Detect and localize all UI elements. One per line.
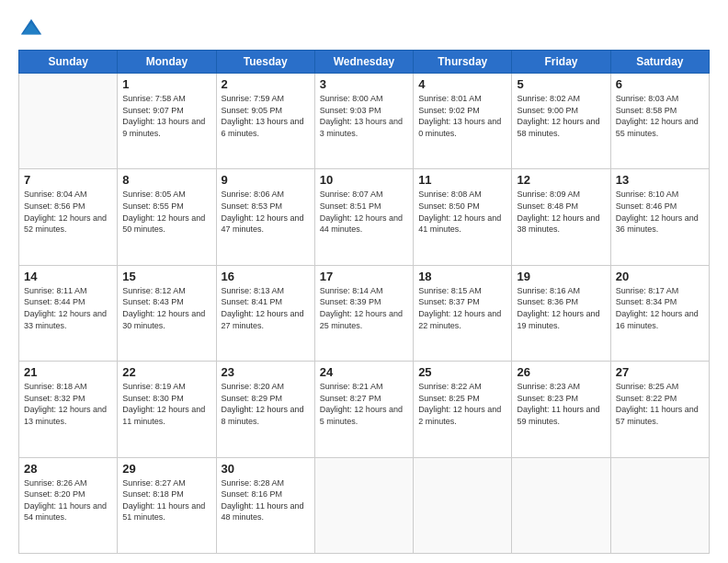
day-info: Sunrise: 8:20 AMSunset: 8:29 PMDaylight:… (222, 381, 310, 427)
day-number: 16 (222, 270, 310, 283)
calendar-cell: 30Sunrise: 8:28 AMSunset: 8:16 PMDayligh… (216, 457, 314, 553)
calendar-cell: 27Sunrise: 8:25 AMSunset: 8:22 PMDayligh… (610, 362, 709, 457)
day-number: 23 (222, 365, 310, 379)
calendar-week-2: 14Sunrise: 8:11 AMSunset: 8:44 PMDayligh… (19, 265, 710, 361)
calendar-cell: 1Sunrise: 7:58 AMSunset: 9:07 PMDaylight… (118, 74, 216, 169)
day-info: Sunrise: 8:18 AMSunset: 8:32 PMDaylight:… (24, 381, 112, 427)
day-number: 28 (24, 462, 112, 476)
day-number: 8 (122, 173, 210, 187)
day-number: 27 (616, 365, 704, 379)
calendar-cell: 10Sunrise: 8:07 AMSunset: 8:51 PMDayligh… (314, 169, 413, 265)
day-info: Sunrise: 8:00 AMSunset: 9:03 PMDaylight:… (320, 93, 408, 139)
day-number: 2 (222, 77, 310, 91)
day-info: Sunrise: 8:03 AMSunset: 8:58 PMDaylight:… (616, 93, 704, 139)
calendar-week-3: 21Sunrise: 8:18 AMSunset: 8:32 PMDayligh… (19, 362, 710, 457)
day-info: Sunrise: 7:58 AMSunset: 9:07 PMDaylight:… (122, 93, 210, 139)
day-number: 29 (122, 462, 210, 476)
logo-icon (18, 17, 44, 42)
day-number: 20 (616, 270, 704, 283)
day-info: Sunrise: 8:28 AMSunset: 8:16 PMDaylight:… (222, 477, 310, 523)
day-number: 13 (616, 173, 704, 187)
calendar-cell: 22Sunrise: 8:19 AMSunset: 8:30 PMDayligh… (118, 362, 216, 457)
weekday-header-thursday: Thursday (414, 51, 512, 74)
calendar-cell: 16Sunrise: 8:13 AMSunset: 8:41 PMDayligh… (216, 265, 314, 361)
calendar-cell: 23Sunrise: 8:20 AMSunset: 8:29 PMDayligh… (216, 362, 314, 457)
day-number: 12 (517, 173, 605, 187)
day-number: 30 (222, 462, 310, 476)
calendar-cell: 18Sunrise: 8:15 AMSunset: 8:37 PMDayligh… (414, 265, 512, 361)
weekday-header-friday: Friday (512, 51, 610, 74)
calendar-cell: 17Sunrise: 8:14 AMSunset: 8:39 PMDayligh… (314, 265, 413, 361)
day-info: Sunrise: 7:59 AMSunset: 9:05 PMDaylight:… (222, 93, 310, 139)
day-number: 18 (418, 270, 506, 283)
calendar-cell (512, 457, 610, 553)
day-info: Sunrise: 8:23 AMSunset: 8:23 PMDaylight:… (517, 381, 605, 427)
day-number: 14 (24, 270, 112, 283)
calendar-cell: 13Sunrise: 8:10 AMSunset: 8:46 PMDayligh… (610, 169, 709, 265)
calendar-cell (610, 457, 709, 553)
day-info: Sunrise: 8:14 AMSunset: 8:39 PMDaylight:… (320, 285, 408, 331)
day-number: 15 (122, 270, 210, 283)
weekday-header-saturday: Saturday (610, 51, 709, 74)
day-info: Sunrise: 8:17 AMSunset: 8:34 PMDaylight:… (616, 285, 704, 331)
calendar-cell (414, 457, 512, 553)
calendar-cell: 24Sunrise: 8:21 AMSunset: 8:27 PMDayligh… (314, 362, 413, 457)
day-number: 21 (24, 365, 112, 379)
calendar-cell: 11Sunrise: 8:08 AMSunset: 8:50 PMDayligh… (414, 169, 512, 265)
day-number: 5 (517, 77, 605, 91)
day-info: Sunrise: 8:07 AMSunset: 8:51 PMDaylight:… (320, 189, 408, 235)
calendar-cell: 14Sunrise: 8:11 AMSunset: 8:44 PMDayligh… (19, 265, 118, 361)
day-info: Sunrise: 8:05 AMSunset: 8:55 PMDaylight:… (122, 189, 210, 235)
day-info: Sunrise: 8:12 AMSunset: 8:43 PMDaylight:… (122, 285, 210, 331)
day-info: Sunrise: 8:16 AMSunset: 8:36 PMDaylight:… (517, 285, 605, 331)
calendar-cell: 25Sunrise: 8:22 AMSunset: 8:25 PMDayligh… (414, 362, 512, 457)
day-number: 26 (517, 365, 605, 379)
calendar-week-0: 1Sunrise: 7:58 AMSunset: 9:07 PMDaylight… (19, 74, 710, 169)
day-info: Sunrise: 8:08 AMSunset: 8:50 PMDaylight:… (418, 189, 506, 235)
day-number: 19 (517, 270, 605, 283)
calendar-body: 1Sunrise: 7:58 AMSunset: 9:07 PMDaylight… (19, 74, 710, 554)
day-info: Sunrise: 8:11 AMSunset: 8:44 PMDaylight:… (24, 285, 112, 331)
weekday-header-row: SundayMondayTuesdayWednesdayThursdayFrid… (19, 51, 710, 74)
calendar-cell: 19Sunrise: 8:16 AMSunset: 8:36 PMDayligh… (512, 265, 610, 361)
weekday-header-sunday: Sunday (19, 51, 118, 74)
calendar-cell: 29Sunrise: 8:27 AMSunset: 8:18 PMDayligh… (118, 457, 216, 553)
calendar-cell: 4Sunrise: 8:01 AMSunset: 9:02 PMDaylight… (414, 74, 512, 169)
weekday-header-wednesday: Wednesday (314, 51, 413, 74)
calendar-cell: 7Sunrise: 8:04 AMSunset: 8:56 PMDaylight… (19, 169, 118, 265)
calendar-week-1: 7Sunrise: 8:04 AMSunset: 8:56 PMDaylight… (19, 169, 710, 265)
weekday-header-tuesday: Tuesday (216, 51, 314, 74)
day-info: Sunrise: 8:10 AMSunset: 8:46 PMDaylight:… (616, 189, 704, 235)
day-number: 24 (320, 365, 408, 379)
day-number: 25 (418, 365, 506, 379)
calendar-cell: 6Sunrise: 8:03 AMSunset: 8:58 PMDaylight… (610, 74, 709, 169)
calendar-cell: 8Sunrise: 8:05 AMSunset: 8:55 PMDaylight… (118, 169, 216, 265)
calendar-cell: 15Sunrise: 8:12 AMSunset: 8:43 PMDayligh… (118, 265, 216, 361)
calendar-cell (314, 457, 413, 553)
calendar-cell: 21Sunrise: 8:18 AMSunset: 8:32 PMDayligh… (19, 362, 118, 457)
day-info: Sunrise: 8:26 AMSunset: 8:20 PMDaylight:… (24, 477, 112, 523)
day-info: Sunrise: 8:06 AMSunset: 8:53 PMDaylight:… (222, 189, 310, 235)
calendar-week-4: 28Sunrise: 8:26 AMSunset: 8:20 PMDayligh… (19, 457, 710, 553)
logo (18, 17, 48, 42)
day-info: Sunrise: 8:22 AMSunset: 8:25 PMDaylight:… (418, 381, 506, 427)
day-number: 7 (24, 173, 112, 187)
header (18, 17, 710, 42)
calendar-cell: 2Sunrise: 7:59 AMSunset: 9:05 PMDaylight… (216, 74, 314, 169)
day-info: Sunrise: 8:25 AMSunset: 8:22 PMDaylight:… (616, 381, 704, 427)
day-number: 1 (122, 77, 210, 91)
calendar-cell: 9Sunrise: 8:06 AMSunset: 8:53 PMDaylight… (216, 169, 314, 265)
day-info: Sunrise: 8:01 AMSunset: 9:02 PMDaylight:… (418, 93, 506, 139)
day-number: 22 (122, 365, 210, 379)
day-number: 3 (320, 77, 408, 91)
page: SundayMondayTuesdayWednesdayThursdayFrid… (0, 0, 728, 563)
day-info: Sunrise: 8:04 AMSunset: 8:56 PMDaylight:… (24, 189, 112, 235)
weekday-header-monday: Monday (118, 51, 216, 74)
day-number: 10 (320, 173, 408, 187)
day-info: Sunrise: 8:15 AMSunset: 8:37 PMDaylight:… (418, 285, 506, 331)
day-info: Sunrise: 8:09 AMSunset: 8:48 PMDaylight:… (517, 189, 605, 235)
calendar-table: SundayMondayTuesdayWednesdayThursdayFrid… (18, 50, 710, 554)
calendar-cell: 28Sunrise: 8:26 AMSunset: 8:20 PMDayligh… (19, 457, 118, 553)
day-number: 9 (222, 173, 310, 187)
day-info: Sunrise: 8:27 AMSunset: 8:18 PMDaylight:… (122, 477, 210, 523)
